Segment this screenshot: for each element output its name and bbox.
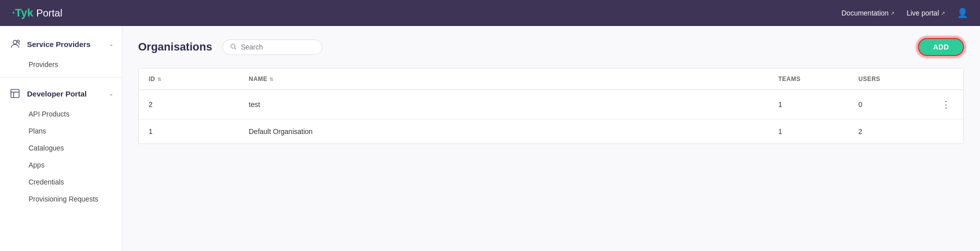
cell-actions-2	[928, 120, 963, 144]
app-layout: Service Providers ⌄ Providers	[0, 26, 980, 251]
table-header-row: ID ⇅ NAME ⇅ TEAMS	[139, 68, 963, 90]
cell-name-1: test	[239, 90, 768, 120]
top-navigation: ·Tyk Portal Documentation ↗ Live portal …	[0, 0, 980, 26]
svg-point-0	[13, 40, 17, 44]
svg-line-4	[235, 48, 236, 49]
cell-users-2: 2	[848, 120, 928, 144]
user-account-icon[interactable]: 👤	[957, 8, 968, 18]
topnav-right: Documentation ↗ Live portal ↗ 👤	[841, 8, 968, 18]
sidebar: Service Providers ⌄ Providers	[0, 26, 122, 251]
service-providers-label: Service Providers	[27, 40, 91, 48]
sidebar-section-service-providers: Service Providers ⌄ Providers	[0, 30, 122, 75]
page-header: Organisations ADD	[138, 38, 964, 56]
cell-id-2: 1	[139, 120, 239, 144]
main-content: Organisations ADD	[122, 26, 980, 251]
column-header-actions	[928, 68, 963, 90]
logo-portal-text: Portal	[36, 8, 62, 19]
column-header-name[interactable]: NAME ⇅	[239, 68, 768, 90]
organisations-table-container: ID ⇅ NAME ⇅ TEAMS	[138, 68, 964, 144]
service-providers-icon	[8, 37, 22, 51]
svg-point-3	[231, 44, 235, 48]
cell-teams-2: 1	[768, 120, 848, 144]
sidebar-group-developer-portal[interactable]: Developer Portal ⌄	[0, 82, 122, 106]
add-organisation-button[interactable]: ADD	[918, 38, 964, 56]
chevron-down-icon: ⌄	[109, 40, 114, 48]
column-header-users: USERS	[848, 68, 928, 90]
search-icon	[230, 43, 237, 52]
logo-brand: ·Tyk	[12, 8, 33, 18]
search-input[interactable]	[241, 43, 315, 51]
documentation-link[interactable]: Documentation ↗	[841, 9, 894, 17]
sidebar-item-providers[interactable]: Providers	[0, 56, 122, 73]
developer-portal-label: Developer Portal	[27, 90, 87, 98]
sidebar-divider	[0, 77, 122, 78]
chevron-down-icon-2: ⌄	[109, 90, 114, 97]
column-header-teams: TEAMS	[768, 68, 848, 90]
column-header-id[interactable]: ID ⇅	[139, 68, 239, 90]
external-link-icon-2: ↗	[941, 10, 945, 16]
cell-teams-1: 1	[768, 90, 848, 120]
logo[interactable]: ·Tyk Portal	[12, 8, 63, 19]
table-row: 2 test 1 0 ⋮	[139, 90, 963, 120]
svg-point-1	[17, 40, 20, 42]
sidebar-item-apps[interactable]: Apps	[0, 156, 122, 174]
external-link-icon: ↗	[890, 10, 894, 16]
sort-icon-name: ⇅	[269, 76, 274, 82]
sidebar-item-provisioning-requests[interactable]: Provisioning Requests	[0, 190, 122, 208]
sidebar-item-api-products[interactable]: API Products	[0, 106, 122, 122]
sidebar-section-developer-portal: Developer Portal ⌄ API Products Plans Ca…	[0, 80, 122, 210]
cell-actions-1: ⋮	[928, 90, 963, 120]
sidebar-item-catalogues[interactable]: Catalogues	[0, 140, 122, 156]
sidebar-item-credentials[interactable]: Credentials	[0, 174, 122, 190]
organisations-table: ID ⇅ NAME ⇅ TEAMS	[139, 68, 963, 144]
live-portal-link[interactable]: Live portal ↗	[906, 9, 945, 17]
sort-icon-id: ⇅	[157, 76, 162, 82]
cell-id-1: 2	[139, 90, 239, 120]
table-row: 1 Default Organisation 1 2	[139, 120, 963, 144]
developer-portal-icon	[8, 86, 22, 100]
page-title: Organisations	[138, 40, 212, 54]
row-actions-button-1[interactable]: ⋮	[938, 98, 953, 111]
search-box[interactable]	[222, 40, 322, 55]
cell-users-1: 0	[848, 90, 928, 120]
cell-name-2: Default Organisation	[239, 120, 768, 144]
sidebar-item-plans[interactable]: Plans	[0, 122, 122, 140]
svg-rect-2	[11, 90, 20, 98]
sidebar-group-service-providers[interactable]: Service Providers ⌄	[0, 32, 122, 56]
